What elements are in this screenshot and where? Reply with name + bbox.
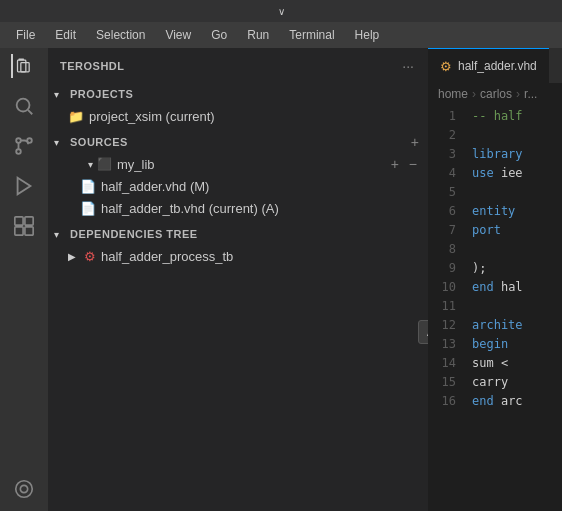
library-name: my_lib — [117, 157, 155, 172]
library-minus-icon[interactable]: − — [406, 155, 420, 173]
source-file-label-2: half_adder_tb.vhd (current) (A) — [101, 201, 279, 216]
tab-filename: half_adder.vhd — [458, 59, 537, 73]
dependency-item[interactable]: ▶ ⚙ half_adder_process_tb — [48, 245, 428, 267]
folder-icon: 📁 — [68, 109, 84, 124]
library-item[interactable]: ▾ ⬛ my_lib + − — [48, 153, 428, 175]
line-numbers: 1 2 3 4 5 6 7 8 9 10 11 12 13 14 15 16 — [428, 105, 464, 511]
library-actions: + − — [388, 155, 428, 173]
sidebar-title: TEROSHDL — [60, 60, 125, 72]
svg-point-13 — [16, 481, 33, 498]
menu-help[interactable]: Help — [347, 26, 388, 44]
dependencies-label: DEPENDENCIES TREE — [70, 228, 422, 240]
projects-label: PROJECTS — [70, 88, 422, 100]
explorer-icon[interactable] — [11, 54, 35, 78]
svg-rect-1 — [18, 60, 26, 72]
sources-actions: + — [408, 133, 422, 151]
svg-point-14 — [20, 485, 27, 492]
sources-arrow-icon: ▾ — [54, 137, 66, 148]
menu-go[interactable]: Go — [203, 26, 235, 44]
title-bar: ∨ — [0, 0, 562, 22]
sources-section-header[interactable]: ▾ SOURCES + — [48, 131, 428, 153]
dep-gear-icon: ⚙ — [84, 249, 96, 264]
sidebar-header-actions: ··· — [400, 56, 416, 76]
tab-gear-icon: ⚙ — [440, 59, 452, 74]
svg-line-4 — [28, 110, 32, 114]
projects-section: ▾ PROJECTS 📁 project_xsim (current) — [48, 83, 428, 127]
svg-point-6 — [16, 149, 21, 154]
main-area: TEROSHDL ··· ▾ PROJECTS 📁 project_xsim (… — [0, 48, 562, 511]
scm-icon[interactable] — [12, 134, 36, 158]
library-add-icon[interactable]: + — [388, 155, 402, 173]
menu-bar: File Edit Selection View Go Run Terminal… — [0, 22, 562, 48]
sources-add-icon[interactable]: + — [408, 133, 422, 151]
tab-bar: ⚙ half_adder.vhd — [428, 48, 562, 83]
breadcrumb-home[interactable]: home — [438, 87, 468, 101]
svg-rect-9 — [15, 217, 23, 225]
menu-file[interactable]: File — [8, 26, 43, 44]
extensions-icon[interactable] — [12, 214, 36, 238]
source-file-2[interactable]: 📄 half_adder_tb.vhd (current) (A) — [48, 197, 428, 219]
code-area: 1 2 3 4 5 6 7 8 9 10 11 12 13 14 15 16 -… — [428, 105, 562, 511]
editor-area: ⚙ half_adder.vhd home › carlos › r... 1 … — [428, 48, 562, 511]
project-name: project_xsim (current) — [89, 109, 215, 124]
dependencies-section-header[interactable]: ▾ DEPENDENCIES TREE — [48, 223, 428, 245]
menu-selection[interactable]: Selection — [88, 26, 153, 44]
dependencies-arrow-icon: ▾ — [54, 229, 66, 240]
teroshdl-bottom-icon[interactable] — [12, 477, 36, 501]
source-file-label-1: half_adder.vhd (M) — [101, 179, 209, 194]
menu-edit[interactable]: Edit — [47, 26, 84, 44]
code-content[interactable]: -- half library use iee entity port ); e… — [464, 105, 562, 511]
project-item[interactable]: 📁 project_xsim (current) — [48, 105, 428, 127]
editor-tab[interactable]: ⚙ half_adder.vhd — [428, 48, 549, 83]
file-icon-2: 📄 — [80, 201, 96, 216]
sidebar-more-icon[interactable]: ··· — [400, 56, 416, 76]
breadcrumb-carlos[interactable]: carlos — [480, 87, 512, 101]
svg-marker-8 — [18, 178, 31, 195]
svg-rect-12 — [25, 227, 33, 235]
source-file-1[interactable]: 📄 half_adder.vhd (M) — [48, 175, 428, 197]
svg-point-3 — [17, 99, 30, 112]
breadcrumb-path[interactable]: r... — [524, 87, 537, 101]
menu-view[interactable]: View — [157, 26, 199, 44]
lib-arrow-icon: ▾ — [88, 159, 93, 170]
debug-icon[interactable] — [12, 174, 36, 198]
dep-name: half_adder_process_tb — [101, 249, 233, 264]
search-icon[interactable] — [12, 94, 36, 118]
dependencies-section: ▾ DEPENDENCIES TREE ▶ ⚙ half_adder_proce… — [48, 223, 428, 267]
activity-bar — [0, 48, 48, 511]
dep-expand-icon: ▶ — [68, 251, 80, 262]
sidebar-header: TEROSHDL ··· — [48, 48, 428, 83]
breadcrumb: home › carlos › r... — [428, 83, 562, 105]
breadcrumb-sep-1: › — [472, 87, 476, 101]
breadcrumb-sep-2: › — [516, 87, 520, 101]
chevron-icon: ∨ — [278, 6, 285, 17]
sources-section: ▾ SOURCES + ▾ ⬛ my_lib + − 📄 half_adder.… — [48, 131, 428, 219]
lib-icon: ⬛ — [97, 157, 112, 171]
svg-rect-10 — [25, 217, 33, 225]
tooltip-label: Add to library — [427, 325, 428, 339]
menu-terminal[interactable]: Terminal — [281, 26, 342, 44]
menu-run[interactable]: Run — [239, 26, 277, 44]
file-icon-1: 📄 — [80, 179, 96, 194]
svg-point-5 — [16, 138, 21, 143]
activity-bar-bottom — [12, 477, 36, 511]
svg-rect-2 — [21, 63, 29, 72]
svg-rect-11 — [15, 227, 23, 235]
sources-label: SOURCES — [70, 136, 408, 148]
add-to-library-tooltip: Add to library — [418, 320, 428, 344]
sidebar: TEROSHDL ··· ▾ PROJECTS 📁 project_xsim (… — [48, 48, 428, 511]
projects-arrow-icon: ▾ — [54, 89, 66, 100]
projects-section-header[interactable]: ▾ PROJECTS — [48, 83, 428, 105]
